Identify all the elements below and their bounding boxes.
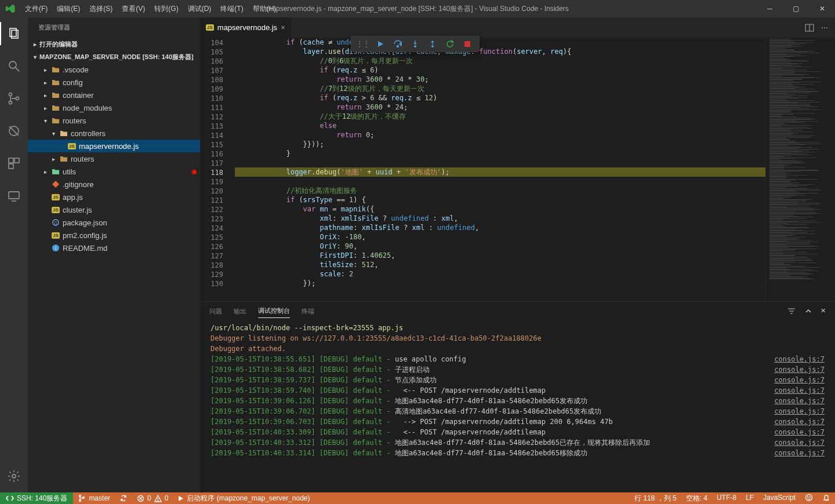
menu-item[interactable]: 查看(V) [117,2,150,16]
debug-activity-icon[interactable] [0,119,28,143]
tab-mapservernode[interactable]: JS mapservernode.js × [200,17,292,38]
step-over-button[interactable] [390,37,406,51]
log-source-link[interactable]: console.js:7 [774,406,825,417]
svg-point-44 [158,500,158,501]
svg-point-47 [807,496,808,497]
close-window-button[interactable]: ✕ [809,0,835,17]
scm-activity-icon[interactable] [0,87,28,110]
minimize-button[interactable]: ─ [757,0,783,17]
file-app.js[interactable]: JSapp.js [28,191,200,203]
project-root[interactable]: ▾MAPZONE_MAP_SERVER_NODE [SSH: 140服务器] [28,50,200,63]
stop-button[interactable] [459,37,475,51]
folder-routers[interactable]: ▸routers [28,152,200,165]
log-source-link[interactable]: console.js:7 [774,396,825,406]
code-content[interactable]: if (cache ≠ undefined) { layer.use(disk.… [235,38,765,301]
folder-container[interactable]: ▸container [28,89,200,101]
debug-console[interactable]: /usr/local/bin/node --inspect-brk=23555 … [200,320,835,492]
error-count: 0 [147,494,151,502]
file-mapservernode.js[interactable]: JSmapservernode.js [28,140,200,152]
continue-button[interactable] [372,37,389,51]
tab-close-icon[interactable]: × [281,23,285,32]
log-source-link[interactable]: console.js:7 [774,354,825,364]
settings-gear-icon[interactable] [0,465,28,488]
panel-tab[interactable]: 终端 [302,305,314,318]
log-source-link[interactable]: console.js:7 [774,437,825,448]
folder-.vscode[interactable]: ▸.vscode [28,63,200,76]
menu-item[interactable]: 选择(S) [85,2,117,16]
panel-tab[interactable]: 问题 [209,305,222,318]
more-actions-icon[interactable]: ⋯ [821,24,828,32]
remote-activity-icon[interactable] [0,184,28,207]
svg-point-46 [806,494,812,501]
indentation[interactable]: 空格: 4 [681,494,712,503]
notification-bell-icon[interactable] [818,494,835,502]
minimap[interactable] [765,38,835,301]
line-gutter[interactable]: 1041051061071081091101111121131141151161… [200,38,235,301]
folder-node_modules[interactable]: ▸node_modules [28,101,200,114]
file-README.md[interactable]: iREADME.md [28,242,200,254]
log-source-link[interactable]: console.js:7 [774,448,825,458]
file-.gitignore[interactable]: .gitignore [28,178,200,191]
eol[interactable]: LF [741,494,758,502]
vscode-logo-icon [0,3,20,14]
debug-launch-indicator[interactable]: 启动程序 (mapzone_map_server_node) [173,492,314,504]
svg-rect-0 [10,28,16,36]
panel-tab[interactable]: 输出 [234,305,246,318]
folder-controllers[interactable]: ▾controllers [28,127,200,140]
cursor-position[interactable]: 行 118 ，列 5 [630,494,681,503]
svg-point-28 [431,45,434,48]
step-out-button[interactable] [424,37,441,51]
log-source-link[interactable]: console.js:7 [774,385,825,396]
svg-point-38 [83,497,85,499]
language-mode[interactable]: JavaScript [758,494,800,502]
git-branch[interactable]: master [73,492,115,504]
git-file-icon [50,180,61,188]
log-source-link[interactable]: console.js:7 [774,364,825,375]
menu-item[interactable]: 终端(T) [216,2,248,16]
svg-rect-32 [464,41,470,47]
problems-indicator[interactable]: 0 0 [132,492,173,504]
encoding[interactable]: UTF-8 [712,494,741,502]
folder-routers[interactable]: ▾routers [28,114,200,127]
explorer-activity-icon[interactable] [0,22,28,45]
md-file-icon: i [50,244,61,252]
panel-tab[interactable]: 调试控制台 [258,304,290,318]
svg-marker-31 [452,41,453,42]
maximize-button[interactable]: ▢ [783,0,809,17]
log-source-link[interactable]: console.js:7 [774,375,825,385]
sync-button[interactable] [115,492,132,504]
folder-icon [50,168,61,175]
tab-label: mapservernode.js [217,23,277,32]
menu-item[interactable]: 文件(F) [20,2,52,16]
svg-point-37 [79,500,81,502]
panel-close-icon[interactable]: ✕ [821,307,826,315]
code-editor[interactable]: 1041051061071081091101111121131141151161… [200,38,835,301]
open-editors-section[interactable]: ▸打开的编辑器 [28,38,200,50]
folder-utils[interactable]: ▸utils [28,165,200,178]
folder-config[interactable]: ▸config [28,76,200,89]
svg-point-4 [9,93,12,96]
svg-point-6 [16,97,19,100]
restart-button[interactable] [442,37,458,51]
step-into-button[interactable] [407,37,423,51]
menubar: 文件(F)编辑(E)选择(S)查看(V)转到(G)调试(D)终端(T)帮助(H) [20,2,281,16]
file-cluster.js[interactable]: JScluster.js [28,203,200,216]
extensions-activity-icon[interactable] [0,152,28,175]
log-source-link[interactable]: console.js:7 [774,427,825,437]
drag-handle-icon[interactable]: ⋮⋮ [355,37,371,51]
search-activity-icon[interactable] [0,54,28,78]
filter-icon[interactable] [787,307,796,315]
file-pm2.config.js[interactable]: JSpm2.config.js [28,229,200,242]
menu-item[interactable]: 编辑(E) [52,2,85,16]
panel-maximize-icon[interactable] [804,307,812,315]
file-package.json[interactable]: {}package.json [28,216,200,229]
log-source-link[interactable]: console.js:7 [774,417,825,427]
split-editor-icon[interactable] [805,23,814,32]
debug-toolbar[interactable]: ⋮⋮ [351,36,480,52]
svg-point-14 [12,474,16,478]
remote-indicator[interactable]: SSH: 140服务器 [0,492,73,504]
folder-icon [50,92,61,98]
menu-item[interactable]: 转到(G) [150,2,183,16]
menu-item[interactable]: 调试(D) [183,2,216,16]
feedback-icon[interactable] [800,494,818,502]
